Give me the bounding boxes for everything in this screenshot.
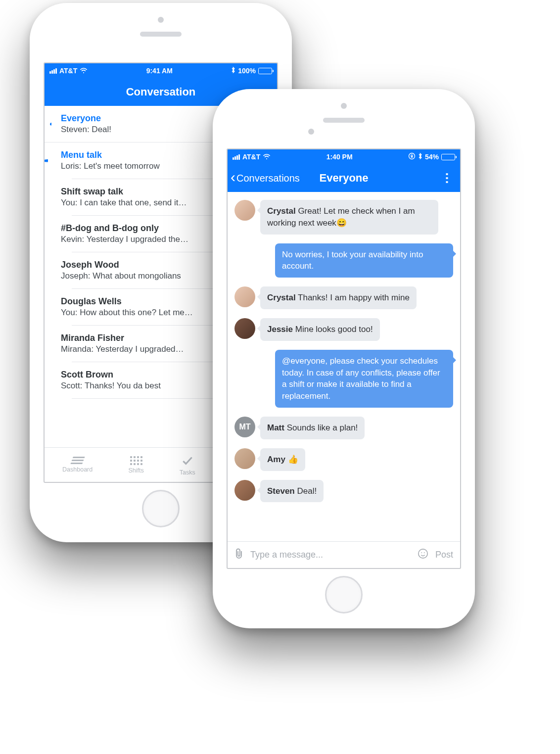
post-button[interactable]: Post xyxy=(435,550,453,560)
message-text: @everyone, please check your schedules t… xyxy=(282,356,440,401)
home-button[interactable] xyxy=(142,490,180,527)
chevron-left-icon: ‹ xyxy=(231,170,235,185)
message-sender: Jessie xyxy=(267,325,293,334)
dashboard-icon xyxy=(70,457,85,464)
message-thread[interactable]: Crystal Great! Let me check when I am wo… xyxy=(228,192,460,541)
signal-bars-icon xyxy=(233,154,240,160)
message-outgoing: @everyone, please check your schedules t… xyxy=(234,350,453,408)
message-bubble: Crystal Great! Let me check when I am wo… xyxy=(260,200,438,235)
wifi-icon xyxy=(263,153,271,161)
avatar: MT xyxy=(234,417,255,437)
battery-percent-label: 54% xyxy=(425,153,439,161)
message-bubble: Jessie Mine looks good too! xyxy=(260,318,380,341)
message-incoming: Steven Deal! xyxy=(234,480,453,503)
message-sender: Crystal xyxy=(267,206,296,216)
orientation-lock-icon xyxy=(408,152,416,161)
message-incoming: Amy 👍 xyxy=(234,448,453,471)
svg-point-0 xyxy=(83,72,84,73)
message-sender: Crystal xyxy=(267,293,296,302)
message-outgoing: No worries, I took your availability int… xyxy=(234,243,453,278)
bluetooth-icon xyxy=(418,152,422,161)
nav-title: Everyone xyxy=(319,172,368,185)
svg-rect-4 xyxy=(411,156,413,158)
tab-dashboard[interactable]: Dashboard xyxy=(60,454,94,476)
unread-ring-icon xyxy=(50,123,53,126)
message-text: Sounds like a plan! xyxy=(287,423,358,432)
tasks-icon xyxy=(181,454,194,467)
status-bar: AT&T 9:41 AM 100% xyxy=(45,63,277,78)
tab-label: Tasks xyxy=(180,469,195,476)
wifi-icon xyxy=(80,67,88,75)
compose-bar: Post xyxy=(228,541,460,568)
emoji-icon[interactable] xyxy=(418,548,428,562)
message-sender: Amy xyxy=(267,455,285,464)
tab-shifts[interactable]: Shifts xyxy=(126,453,145,477)
message-bubble: Matt Sounds like a plan! xyxy=(260,417,365,439)
back-button[interactable]: ‹ Conversations xyxy=(231,172,300,185)
screen: AT&T 1:40 PM 54% ‹ Conversations xyxy=(227,148,461,569)
message-text: 👍 xyxy=(288,455,298,464)
battery-icon xyxy=(258,68,272,74)
message-incoming: Jessie Mine looks good too! xyxy=(234,318,453,341)
svg-point-6 xyxy=(421,552,422,553)
avatar xyxy=(234,480,255,501)
message-text: No worries, I took your availability int… xyxy=(282,250,423,271)
svg-point-7 xyxy=(424,552,425,553)
back-label: Conversations xyxy=(236,173,300,184)
nav-bar: ‹ Conversations Everyone ⋯ xyxy=(228,164,460,192)
carrier-label: AT&T xyxy=(59,67,77,75)
nav-title: Conversation xyxy=(126,86,196,98)
avatar xyxy=(234,448,255,469)
tab-tasks[interactable]: Tasks xyxy=(178,451,197,479)
tab-label: Dashboard xyxy=(62,466,93,473)
battery-percent-label: 100% xyxy=(238,67,256,75)
message-incoming: Crystal Thanks! I am happy with mine xyxy=(234,286,453,309)
clock-label: 9:41 AM xyxy=(146,67,173,75)
bluetooth-icon xyxy=(231,66,235,75)
message-input[interactable] xyxy=(250,550,411,560)
home-button[interactable] xyxy=(325,576,363,613)
svg-point-2 xyxy=(266,158,267,159)
message-text: Thanks! I am happy with mine xyxy=(298,293,410,302)
attachment-icon[interactable] xyxy=(234,548,243,562)
message-sender: Matt xyxy=(267,423,284,432)
status-bar: AT&T 1:40 PM 54% xyxy=(228,149,460,164)
message-text: Deal! xyxy=(297,486,317,496)
message-incoming: MTMatt Sounds like a plan! xyxy=(234,417,453,439)
avatar xyxy=(234,286,255,307)
message-incoming: Crystal Great! Let me check when I am wo… xyxy=(234,200,453,235)
battery-icon xyxy=(441,154,455,160)
avatar xyxy=(234,318,255,339)
shifts-icon xyxy=(130,456,142,465)
message-bubble: @everyone, please check your schedules t… xyxy=(275,350,453,408)
phone-chat-thread: AT&T 1:40 PM 54% ‹ Conversations xyxy=(213,89,475,628)
signal-bars-icon xyxy=(49,68,57,74)
avatar xyxy=(234,200,255,221)
message-bubble: No worries, I took your availability int… xyxy=(275,243,453,278)
clock-label: 1:40 PM xyxy=(327,153,353,161)
unread-ring-icon xyxy=(45,159,53,162)
message-bubble: Crystal Thanks! I am happy with mine xyxy=(260,286,417,309)
message-text: Mine looks good too! xyxy=(295,325,373,334)
more-options-button[interactable]: ⋯ xyxy=(440,172,454,184)
svg-point-5 xyxy=(419,549,427,558)
tab-label: Shifts xyxy=(128,467,143,474)
message-sender: Steven xyxy=(267,486,295,496)
message-bubble: Steven Deal! xyxy=(260,480,324,503)
message-bubble: Amy 👍 xyxy=(260,448,305,471)
carrier-label: AT&T xyxy=(242,153,260,161)
